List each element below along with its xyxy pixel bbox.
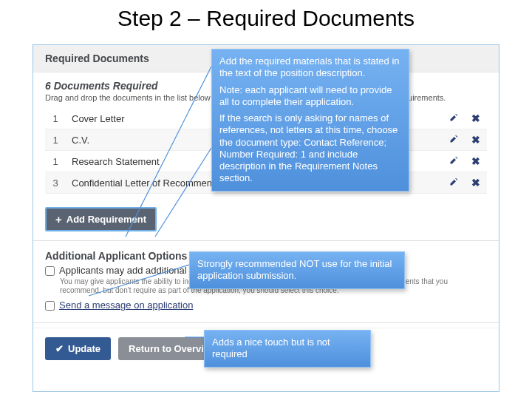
callout-nice-touch: Adds a nice touch but is not required [204, 330, 371, 368]
check-icon: ✔ [55, 343, 64, 354]
callout-not-recommended: Strongly recommended NOT use for the ini… [189, 251, 405, 289]
plus-icon: + [55, 213, 62, 226]
checkbox-send-message[interactable] [45, 301, 55, 311]
slide-title: Step 2 – Required Documents [0, 0, 532, 34]
edit-icon[interactable] [449, 135, 458, 146]
doc-qty: 1 [45, 151, 66, 172]
divider [33, 322, 499, 323]
checkbox-additional-documents[interactable] [45, 266, 55, 276]
delete-icon[interactable]: ✖ [471, 112, 480, 124]
delete-icon[interactable]: ✖ [471, 155, 480, 167]
edit-icon[interactable] [449, 177, 458, 189]
update-button[interactable]: ✔ Update [45, 337, 111, 360]
delete-icon[interactable]: ✖ [471, 177, 480, 189]
option-label: Send a message on application [59, 300, 193, 311]
option-send-message: Send a message on application [45, 300, 487, 311]
update-label: Update [68, 343, 100, 354]
doc-qty: 3 [45, 172, 66, 194]
edit-icon[interactable] [449, 156, 458, 167]
add-requirement-label: Add Requirement [66, 214, 146, 225]
divider [33, 240, 499, 241]
doc-qty: 1 [45, 129, 66, 151]
delete-icon[interactable]: ✖ [471, 134, 480, 146]
callout-required-materials: Add the required materials that is state… [211, 49, 409, 192]
add-requirement-button[interactable]: + Add Requirement [45, 207, 157, 231]
doc-qty: 1 [45, 108, 66, 129]
edit-icon[interactable] [449, 113, 458, 124]
